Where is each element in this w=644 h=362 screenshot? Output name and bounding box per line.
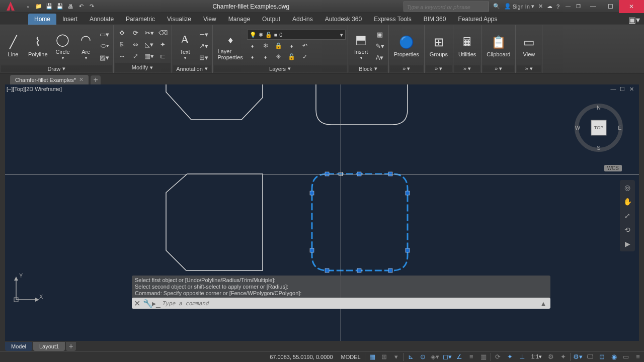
arc-button[interactable]: ◠Arc▾: [75, 27, 97, 64]
qat-redo[interactable]: ↷: [87, 2, 97, 12]
groups-button[interactable]: ⊞Groups: [427, 27, 451, 64]
panel-layers-title[interactable]: Layers ▾: [214, 65, 347, 72]
layer-unlock-icon[interactable]: 🔓: [286, 52, 297, 62]
help-icon[interactable]: ?: [556, 4, 559, 10]
zoom-icon[interactable]: ⤢: [622, 210, 633, 221]
infocenter-search[interactable]: [404, 2, 489, 12]
wcs-badge[interactable]: WCS: [604, 165, 622, 171]
cloud-icon[interactable]: ☁: [547, 3, 552, 10]
rotate-button[interactable]: ⟳: [129, 28, 142, 39]
layer-properties-button[interactable]: ⬧Layer Properties: [215, 27, 246, 64]
showmotion-icon[interactable]: ▶: [622, 238, 633, 249]
wheel-icon[interactable]: ◎: [622, 182, 633, 193]
file-tab-active[interactable]: Chamfer-fillet Examples* ✕: [10, 75, 89, 84]
status-space[interactable]: MODEL: [338, 354, 364, 360]
command-wrench-icon[interactable]: 🔧: [143, 299, 150, 308]
layer-unisolate-icon[interactable]: ⬧: [260, 52, 271, 62]
search-go-icon[interactable]: 🔍: [493, 3, 500, 10]
table-button[interactable]: ⊞▾: [197, 52, 210, 63]
layout-add[interactable]: +: [66, 342, 76, 351]
ribbon-overflow[interactable]: ▣▾: [624, 15, 644, 25]
command-input[interactable]: [162, 300, 539, 307]
fillet-button[interactable]: ◺▾: [143, 39, 156, 50]
circle-button[interactable]: ◯Circle▾: [52, 27, 74, 64]
cleanscreen-icon[interactable]: ▭: [620, 352, 632, 362]
tab-manage[interactable]: Manage: [222, 14, 256, 25]
array-button[interactable]: ▦▾: [143, 51, 156, 62]
layer-off-icon[interactable]: ⬧: [247, 41, 258, 51]
clipboard-button[interactable]: 📋Clipboard: [484, 27, 513, 64]
qat-saveas[interactable]: 💾: [55, 2, 65, 12]
tab-annotate[interactable]: Annotate: [84, 14, 120, 25]
ortho-toggle[interactable]: ⊾: [405, 352, 417, 362]
drawing-area[interactable]: [–][Top][2D Wireframe] — ☐ ✕: [5, 84, 639, 341]
tab-insert[interactable]: Insert: [56, 14, 84, 25]
stretch-button[interactable]: ↔: [116, 51, 129, 62]
tab-home[interactable]: Home: [28, 14, 56, 25]
dynucs-toggle[interactable]: ⊥: [516, 352, 528, 362]
sign-in-button[interactable]: 👤 Sign In ▾: [504, 3, 534, 10]
tab-express[interactable]: Express Tools: [368, 14, 417, 25]
view-button[interactable]: ▭View: [518, 27, 540, 64]
pan-icon[interactable]: ✋: [622, 196, 633, 207]
qat-undo[interactable]: ↶: [76, 2, 86, 12]
layer-thaw-icon[interactable]: ☀: [273, 52, 284, 62]
layer-current-icon[interactable]: ✓: [299, 52, 310, 62]
ellipse-button[interactable]: ⬭▾: [98, 40, 111, 51]
panel-properties-title[interactable]: » ▾: [390, 65, 423, 72]
layer-combo[interactable]: 💡✺🔓■ 0▾: [247, 30, 346, 40]
annoscale-icon[interactable]: ✦: [557, 352, 569, 362]
grid-toggle[interactable]: ▦: [366, 352, 378, 362]
qat-new[interactable]: ▫: [23, 2, 33, 12]
tab-addins[interactable]: Add-ins: [286, 14, 319, 25]
customize-icon[interactable]: ≡: [632, 352, 644, 362]
polar-toggle[interactable]: ⊙: [417, 352, 429, 362]
monitor-icon[interactable]: 🖵: [584, 352, 596, 362]
offset-button[interactable]: ⊏: [156, 51, 170, 62]
panel-clipboard-title[interactable]: » ▾: [482, 65, 514, 72]
transparency-toggle[interactable]: ▥: [477, 352, 490, 362]
snap-toggle[interactable]: ⊞: [378, 352, 390, 362]
attr-block-button[interactable]: A▾: [373, 52, 386, 63]
qat-print[interactable]: 🖶: [65, 2, 75, 12]
tab-view[interactable]: View: [197, 14, 222, 25]
panel-groups-title[interactable]: » ▾: [426, 65, 452, 72]
properties-button[interactable]: 🔵Properties: [391, 27, 422, 64]
window-maximize[interactable]: ☐: [602, 0, 619, 13]
move-button[interactable]: ✥: [116, 28, 129, 39]
layer-match-icon[interactable]: ⬧: [286, 41, 297, 51]
iso-toggle[interactable]: ◈▾: [429, 352, 441, 362]
qat-save[interactable]: 💾: [44, 2, 54, 12]
panel-block-title[interactable]: Block ▾: [349, 65, 387, 72]
workspace-icon[interactable]: ⚙▾: [572, 352, 584, 362]
close-icon[interactable]: ✕: [79, 76, 84, 83]
edit-block-button[interactable]: ✎▾: [373, 40, 386, 51]
tab-bim360[interactable]: BIM 360: [418, 14, 452, 25]
tab-output[interactable]: Output: [256, 14, 286, 25]
window-close[interactable]: ✕: [619, 0, 644, 13]
panel-utilities-title[interactable]: » ▾: [454, 65, 480, 72]
status-scale[interactable]: 1:1▾: [528, 353, 545, 360]
file-tab-add[interactable]: +: [91, 75, 101, 84]
panel-annotation-title[interactable]: Annotation ▾: [173, 65, 211, 72]
layout-tab-layout1[interactable]: Layout1: [33, 342, 65, 351]
tab-a360[interactable]: Autodesk 360: [319, 14, 368, 25]
panel-draw-title[interactable]: Draw ▾: [1, 65, 112, 72]
search-input[interactable]: [404, 3, 489, 12]
layer-previous-icon[interactable]: ↶: [299, 41, 310, 51]
isolate-icon[interactable]: ◉: [608, 352, 620, 362]
hatch-button[interactable]: ▨▾: [98, 52, 111, 63]
layer-isolate-icon[interactable]: ⬧: [247, 52, 258, 62]
command-expand-icon[interactable]: ▴: [541, 299, 548, 308]
viewcube[interactable]: TOP N S E W: [574, 103, 624, 153]
hardware-icon[interactable]: ⊡: [596, 352, 608, 362]
3dosnap-toggle[interactable]: ✦: [504, 352, 516, 362]
leader-button[interactable]: ↗▾: [197, 40, 210, 51]
copy-button[interactable]: ⎘: [116, 39, 129, 50]
explode-button[interactable]: ✦: [156, 39, 170, 50]
layer-freeze-icon[interactable]: ❄: [260, 41, 271, 51]
tab-featured[interactable]: Featured Apps: [452, 14, 503, 25]
mirror-button[interactable]: ⇔: [129, 39, 142, 50]
qat-open[interactable]: 📁: [34, 2, 44, 12]
infer-toggle[interactable]: ▾: [390, 352, 403, 362]
